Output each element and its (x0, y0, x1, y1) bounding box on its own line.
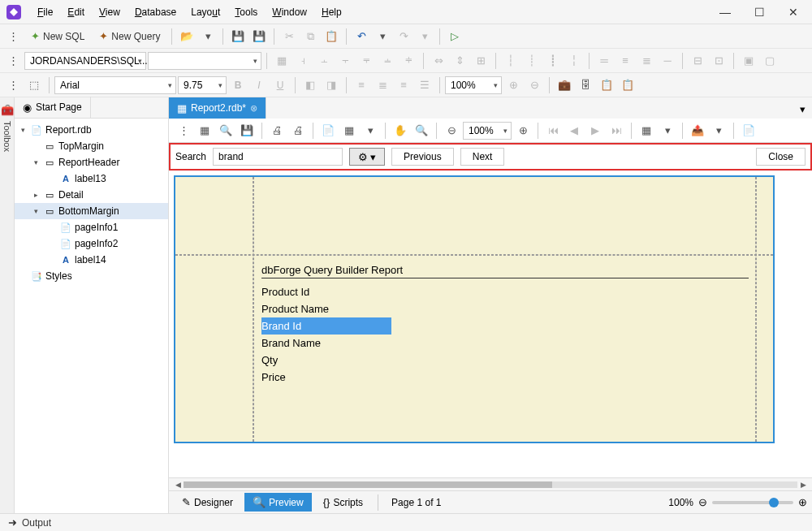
export-icon[interactable]: 📄 (739, 121, 758, 140)
save-all-button[interactable]: 💾 (249, 27, 269, 46)
output-icon[interactable]: ➜ (8, 516, 17, 529)
db-icon[interactable]: 🗄 (576, 76, 595, 95)
tab-designer[interactable]: ✎Designer (174, 493, 241, 512)
close-search-button[interactable]: Close (756, 148, 806, 166)
preview-zoom-combo[interactable]: 100% (463, 122, 512, 140)
font-combo[interactable]: Arial (54, 76, 176, 94)
thumbs-icon[interactable]: ▦ (195, 121, 214, 140)
output-label[interactable]: Output (22, 517, 51, 529)
align-bottom-icon: ⫩ (399, 51, 418, 71)
menu-edit[interactable]: Edit (61, 3, 91, 21)
zoom-slider[interactable] (712, 501, 793, 504)
magnifier-icon[interactable]: 🔍 (412, 121, 431, 140)
layout-toolbar: ⋮ JORDANSANDERS\SQL... ▦ ⫞ ⫠ ⫟ ⫧ ⫨ ⫩ ⇔ ⇕… (0, 49, 812, 73)
multipage-icon[interactable]: ▦ (637, 121, 656, 140)
quickprint-icon[interactable]: 🖨 (288, 121, 308, 140)
database-combo[interactable] (148, 52, 261, 70)
menu-file[interactable]: FFileile (31, 3, 59, 21)
tree-label13[interactable]: Alabel13 (15, 171, 168, 187)
pointer-icon[interactable]: ⬚ (24, 76, 44, 95)
toolbox-sidebar[interactable]: 🧰 Toolbox (0, 97, 15, 513)
save-icon[interactable]: 💾 (237, 121, 257, 140)
connection-combo[interactable]: JORDANSANDERS\SQL... (24, 52, 146, 70)
tree-styles[interactable]: 📑Styles (15, 268, 168, 284)
tree-pageinfo1[interactable]: 📄pageInfo1 (15, 219, 168, 235)
fgcolor-icon: ◧ (300, 76, 320, 95)
fontsize-combo[interactable]: 9.75 (178, 76, 227, 94)
zoom-slider-thumb[interactable] (769, 498, 779, 507)
search-settings-button[interactable]: ⚙ ▾ (349, 148, 385, 166)
find-icon[interactable]: 🔍 (216, 121, 235, 140)
zoom-in-icon[interactable]: ⊕ (798, 496, 807, 508)
new-query-button[interactable]: ✦New Query (93, 28, 166, 44)
close-tab-icon[interactable]: ⊗ (250, 103, 257, 114)
tab-start-page[interactable]: ◉ Start Page (15, 97, 91, 118)
scroll-thumb[interactable] (184, 481, 552, 488)
scroll-track[interactable] (184, 481, 797, 488)
same-height-icon: ⇕ (450, 51, 469, 71)
report-canvas-scroll[interactable]: dbForge Query Builder Report Product Id … (169, 171, 812, 477)
bring-front-icon: ▣ (739, 51, 758, 71)
watermark-icon[interactable]: 📤 (688, 121, 707, 140)
undo-button[interactable]: ↶ (352, 27, 371, 46)
scroll-left-icon[interactable]: ◀ (172, 481, 184, 489)
menu-window[interactable]: Window (266, 3, 313, 21)
toolbox-icon[interactable]: 💼 (555, 76, 574, 95)
horizontal-scrollbar[interactable]: ◀ ▶ (169, 477, 812, 490)
pagesetup-icon[interactable]: 📄 (318, 121, 338, 140)
tree-pageinfo2[interactable]: 📄pageInfo2 (15, 235, 168, 252)
next-button[interactable]: Next (460, 148, 505, 166)
chevron-down-icon: ▾ (370, 151, 376, 163)
search-input[interactable] (213, 148, 343, 166)
menubar: FFileile Edit View Database Layout Tools… (31, 3, 348, 21)
zoomout-icon[interactable]: ⊖ (442, 121, 461, 140)
grid-icon: ▦ (272, 51, 292, 71)
text-right-icon: ≡ (394, 76, 413, 95)
menu-layout[interactable]: Layout (184, 3, 227, 21)
multipage-drop-icon[interactable]: ▾ (658, 121, 677, 140)
new-sql-button[interactable]: ✦New SQL (24, 28, 91, 44)
tree-reportheader[interactable]: ▾▭ReportHeader (15, 154, 168, 171)
undo-drop-icon[interactable]: ▾ (373, 27, 392, 46)
scroll-right-icon[interactable]: ▶ (797, 481, 809, 489)
tab-preview[interactable]: 🔍Preview (244, 493, 312, 512)
search-bar: Search ⚙ ▾ Previous Next Close (169, 143, 812, 171)
bgcolor-icon: ◨ (322, 76, 341, 95)
paste-button: 📋 (322, 27, 341, 46)
window-controls: — ☐ ✕ (713, 2, 806, 22)
clipboard-icon[interactable]: 📋 (597, 76, 616, 95)
tree-label14[interactable]: Alabel14 (15, 252, 168, 268)
print-icon[interactable]: 🖨 (267, 121, 287, 140)
menu-database[interactable]: Database (128, 3, 183, 21)
watermark-drop-icon[interactable]: ▾ (709, 121, 728, 140)
zoom-out-icon[interactable]: ⊖ (698, 496, 707, 508)
tree-bottommargin[interactable]: ▾▭BottomMargin (15, 203, 168, 219)
zoom-combo[interactable]: 100% (445, 76, 502, 94)
hspace-eq-icon: ┆ (501, 51, 520, 71)
open-drop-icon[interactable]: ▾ (198, 27, 218, 46)
open-button[interactable]: 📂 (177, 27, 197, 46)
maximize-button[interactable]: ☐ (747, 2, 771, 22)
scale-icon[interactable]: ▦ (339, 121, 359, 140)
clipboard2-icon[interactable]: 📋 (618, 76, 637, 95)
hand-icon[interactable]: ✋ (391, 121, 410, 140)
menu-view[interactable]: View (93, 3, 127, 21)
menu-tools[interactable]: Tools (228, 3, 264, 21)
minimize-button[interactable]: — (713, 2, 737, 22)
tree-root[interactable]: ▾📄Report.rdb (15, 122, 168, 138)
tree-topmargin[interactable]: ▭TopMargin (15, 138, 168, 154)
zoomin-icon[interactable]: ⊕ (513, 121, 533, 140)
tab-report2[interactable]: ▦ Report2.rdb* ⊗ (169, 97, 266, 119)
toolbox-icon: 🧰 (1, 104, 14, 116)
tab-label: Report2.rdb* (191, 102, 246, 114)
menu-help[interactable]: Help (315, 3, 348, 21)
report-page: dbForge Query Builder Report Product Id … (174, 175, 775, 443)
center-v-icon: ⊡ (709, 51, 728, 71)
tab-scripts[interactable]: {}Scripts (315, 493, 371, 512)
scale-drop-icon[interactable]: ▾ (361, 121, 380, 140)
tab-overflow-icon[interactable]: ▾ (793, 100, 812, 119)
previous-button[interactable]: Previous (391, 148, 454, 166)
tree-detail[interactable]: ▸▭Detail (15, 187, 168, 203)
close-window-button[interactable]: ✕ (781, 2, 806, 22)
save-button[interactable]: 💾 (228, 27, 248, 46)
